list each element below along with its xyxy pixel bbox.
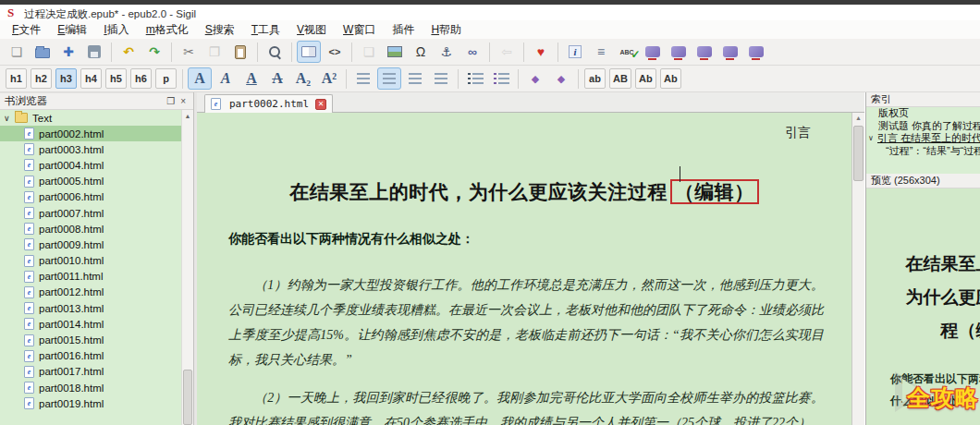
heading-6-button[interactable]: h6 (130, 68, 152, 89)
heading-edit-marker[interactable]: （编辑） (670, 179, 759, 204)
body-paragraph[interactable]: （2）一天晚上，我回到家时已经很晚了。我刚参加完哥伦比亚大学面向全校师生举办的投… (228, 385, 824, 425)
index-item[interactable]: 测试题 你真的了解过程 (866, 120, 980, 133)
find-button[interactable] (263, 41, 287, 63)
index-item[interactable]: “过程”：“结果”与“过程 (866, 145, 980, 158)
close-panel-icon[interactable]: × (178, 96, 189, 106)
paste-button[interactable] (228, 41, 252, 63)
sidebar-file-item[interactable]: part0007.html (0, 205, 181, 221)
copy-button[interactable]: ❐ (202, 41, 227, 63)
dictionary-1-button[interactable] (641, 41, 665, 63)
insert-file-button[interactable]: ❏ (357, 41, 381, 63)
sidebar-file-item[interactable]: part0008.html (0, 221, 181, 237)
align-left-button[interactable] (351, 67, 375, 90)
index-item[interactable]: ∨引言 在结果至上的时代 (866, 132, 980, 145)
sidebar-file-item[interactable]: part0010.html (0, 253, 181, 269)
align-center-button[interactable] (377, 67, 401, 90)
body-paragraph[interactable]: （1）约翰为一家大型投资银行工作。他的工作环境总是充满压力，然而这一次，他感到压… (228, 273, 824, 372)
back-button[interactable]: ⇦ (495, 41, 519, 63)
menu-视图[interactable]: V视图 (288, 20, 335, 40)
new-file-button[interactable]: ❏ (5, 41, 29, 63)
uppercase-button[interactable]: AB (609, 68, 631, 89)
italic-button[interactable]: A (214, 67, 238, 90)
toc-editor-button[interactable]: ≡ (589, 41, 613, 63)
book-view-editor[interactable]: 引言 在结果至上的时代，为什么更应该关注过程（编辑） 你能否看出以下两种情况有什… (197, 113, 851, 425)
underline-button[interactable]: A (239, 67, 263, 90)
tree-folder-text[interactable]: ∨ Text (0, 110, 181, 126)
chapter-heading[interactable]: 在结果至上的时代，为什么更应该关注过程（编辑） (197, 179, 851, 205)
sidebar-file-item[interactable]: part0019.html (0, 395, 181, 411)
sidebar-file-item[interactable]: part0011.html (0, 269, 181, 285)
menu-编辑[interactable]: E编辑 (49, 20, 95, 40)
insert-id-button[interactable]: ⚓ (435, 41, 459, 63)
menu-搜索[interactable]: S搜索 (197, 20, 243, 40)
paragraph-button[interactable]: p (155, 68, 177, 89)
insert-link-button[interactable]: ∞ (460, 41, 484, 63)
dictionary-4-button[interactable] (718, 41, 742, 63)
heading-5-button[interactable]: h5 (105, 68, 127, 89)
decrease-indent-button[interactable]: ◆ (523, 67, 547, 90)
dictionary-3-button[interactable] (692, 41, 717, 63)
undo-button[interactable]: ↶ (116, 41, 141, 63)
menu-文件[interactable]: F文件 (4, 20, 49, 40)
donate-button[interactable]: ♥ (529, 41, 553, 63)
float-panel-icon[interactable]: ❐ (164, 96, 178, 106)
redo-button[interactable]: ↷ (142, 41, 166, 63)
sidebar-scrollbar[interactable]: ▲ (181, 110, 193, 425)
sidebar-file-item[interactable]: part0003.html (0, 141, 181, 157)
scroll-up-icon[interactable]: ▲ (852, 113, 864, 124)
sidebar-file-item[interactable]: part0002.html (0, 126, 181, 141)
menu-插入[interactable]: I插入 (95, 20, 137, 40)
editor-scroll-thumb[interactable] (853, 126, 864, 181)
heading-4-button[interactable]: h4 (80, 68, 102, 89)
titlecase-button[interactable]: Ab (660, 68, 681, 89)
insert-image-button[interactable] (383, 41, 407, 63)
heading-1-button[interactable]: h1 (6, 68, 27, 89)
capitalize-button[interactable]: Ab (635, 68, 656, 89)
strikethrough-button[interactable]: A (265, 67, 289, 90)
tab-close-icon[interactable]: ✕ (315, 99, 326, 110)
bullet-list-button[interactable] (463, 67, 487, 90)
index-item[interactable]: 版权页 (866, 107, 980, 120)
menu-插件[interactable]: 插件 (384, 20, 423, 40)
sidebar-file-item[interactable]: part0014.html (0, 316, 181, 332)
lowercase-button[interactable]: ab (584, 68, 606, 89)
dictionary-5-button[interactable] (744, 41, 768, 63)
numbered-list-button[interactable] (489, 67, 513, 90)
add-existing-file-button[interactable]: ✚ (56, 41, 80, 63)
align-justify-button[interactable] (429, 67, 453, 90)
book-view-button[interactable] (297, 41, 321, 63)
sidebar-file-item[interactable]: part0013.html (0, 300, 181, 316)
menu-工具[interactable]: T工具 (243, 20, 288, 40)
open-file-button[interactable] (31, 41, 55, 63)
heading-3-button[interactable]: h3 (55, 68, 77, 89)
intro-paragraph[interactable]: 你能否看出以下两种情况有什么相似之处： (228, 231, 824, 248)
scroll-up-icon[interactable]: ▲ (182, 110, 193, 122)
heading-2-button[interactable]: h2 (31, 68, 52, 89)
subscript-button[interactable]: A₂ (291, 67, 315, 90)
index-expander-icon[interactable]: ∨ (868, 134, 877, 142)
menu-窗口[interactable]: W窗口 (335, 20, 384, 40)
align-right-button[interactable] (403, 67, 427, 90)
menu-格式化[interactable]: m格式化 (138, 20, 197, 40)
metadata-editor-button[interactable]: i (563, 41, 587, 63)
folder-expander-icon[interactable]: ∨ (4, 114, 15, 123)
bold-button[interactable]: A (188, 67, 212, 90)
increase-indent-button[interactable]: ◆ (549, 67, 573, 90)
superscript-button[interactable]: A² (317, 67, 341, 90)
cut-button[interactable]: ✂ (177, 41, 201, 63)
sidebar-file-item[interactable]: part0018.html (0, 380, 181, 395)
sidebar-file-item[interactable]: part0009.html (0, 237, 181, 252)
insert-special-character-button[interactable]: Ω (409, 41, 433, 63)
save-button[interactable] (82, 41, 106, 63)
sidebar-file-item[interactable]: part0015.html (0, 332, 181, 347)
sidebar-file-item[interactable]: part0006.html (0, 189, 181, 205)
tab-part0002[interactable]: part0002.html ✕ (204, 94, 333, 113)
spellcheck-button[interactable]: ABC (615, 41, 639, 63)
sidebar-file-item[interactable]: part0012.html (0, 285, 181, 300)
sidebar-file-item[interactable]: part0016.html (0, 348, 181, 364)
editor-scrollbar[interactable]: ▲ (851, 113, 864, 425)
menu-帮助[interactable]: H帮助 (423, 20, 470, 40)
dictionary-2-button[interactable] (667, 41, 691, 63)
sidebar-file-item[interactable]: part0005.html (0, 174, 181, 189)
sidebar-file-item[interactable]: part0004.html (0, 157, 181, 173)
